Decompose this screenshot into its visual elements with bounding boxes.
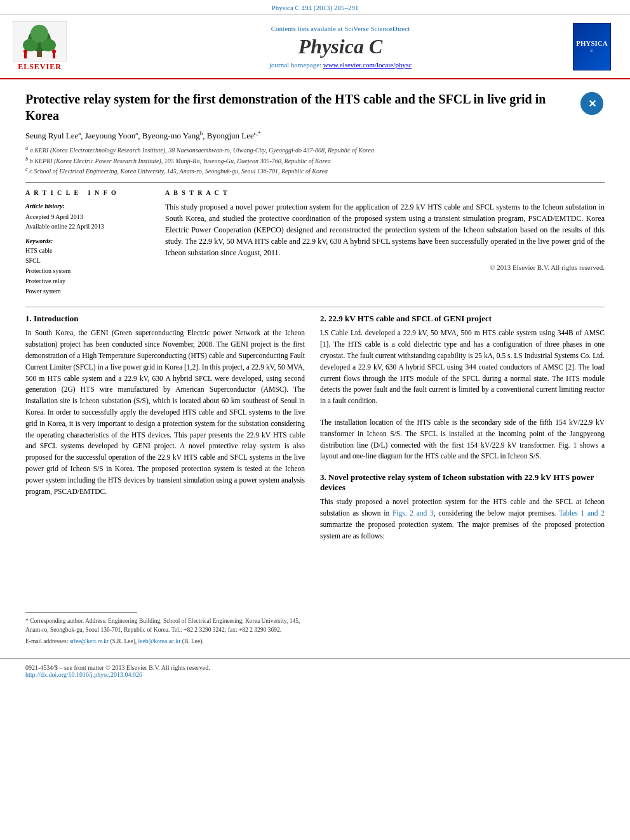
sciverse-link[interactable]: SciVerse ScienceDirect — [344, 25, 410, 32]
svg-point-6 — [23, 50, 27, 53]
author-byeong: Byeong-mo Yang — [142, 131, 200, 140]
physica-badge: PHYSICA C — [573, 23, 611, 70]
keyword-4: Protective relay — [25, 276, 152, 286]
section1-text: In South Korea, the GENI (Green supercon… — [25, 328, 305, 497]
author-byongjun: Byongjun Lee — [207, 131, 254, 140]
journal-header: ELSEVIER Contents lists available at Sci… — [0, 15, 630, 79]
doi-link[interactable]: http://dx.doi.org/10.1016/j.physc.2013.0… — [25, 671, 142, 678]
svg-point-8 — [52, 50, 56, 53]
crossmark-area: ✕ — [579, 91, 605, 116]
title-section: Protective relay system for the first de… — [25, 91, 605, 124]
footer-doi: http://dx.doi.org/10.1016/j.physc.2013.0… — [25, 671, 605, 678]
fig2-3-link[interactable]: Figs. 2 and 3 — [392, 509, 434, 517]
physica-badge-area: PHYSICA C — [566, 23, 617, 70]
affiliations: a a KERI (Korea Electrotechnology Resear… — [25, 145, 605, 176]
keyword-2: SFCL — [25, 256, 152, 266]
affil-b: b b KEPRI (Korea Electric Power Research… — [25, 156, 605, 166]
affil-c: c c School of Electrical Engineering, Ko… — [25, 166, 605, 176]
footnotes: * Corresponding author. Address: Enginee… — [25, 617, 305, 646]
journal-citation: Physica C 494 (2013) 285–291 — [0, 0, 630, 15]
section2-heading: 2. 22.9 kV HTS cable and SFCL of GENI pr… — [320, 314, 605, 324]
badge-text: C — [590, 48, 593, 53]
section3-para1: This study proposed a novel protection s… — [320, 497, 605, 542]
footer-issn: 0921-4534/$ – see front matter © 2013 El… — [25, 664, 605, 671]
body-left-col: 1. Introduction In South Korea, the GENI… — [25, 314, 305, 646]
body-right-col: 2. 22.9 kV HTS cable and SFCL of GENI pr… — [320, 314, 605, 646]
body-content: 1. Introduction In South Korea, the GENI… — [25, 314, 605, 646]
author-seung: Seung Ryul Lee — [25, 131, 78, 140]
history-heading: Article history: — [25, 201, 152, 211]
email-srlee[interactable]: srlee@keri.re.kr — [70, 638, 109, 644]
abstract-label: A B S T R A C T — [165, 189, 605, 196]
elsevier-logo: ELSEVIER — [13, 21, 67, 72]
crossmark-icon: ✕ — [580, 92, 603, 115]
svg-point-5 — [30, 25, 48, 43]
contents-text: Contents lists available at — [271, 25, 343, 32]
citation-text: Physica C 494 (2013) 285–291 — [272, 4, 359, 11]
article-info-col: A R T I C L E I N F O Article history: A… — [25, 189, 152, 297]
journal-name: Physica C — [114, 35, 566, 58]
main-content: Protective relay system for the first de… — [0, 79, 630, 658]
keywords-section: Keywords: HTS cable SFCL Protection syst… — [25, 237, 152, 297]
homepage-line: journal homepage: www.elsevier.com/locat… — [114, 61, 566, 69]
keywords-list: HTS cable SFCL Protection system Protect… — [25, 246, 152, 297]
email-leeb[interactable]: leeb@korea.ac.kr — [138, 638, 181, 644]
article-title: Protective relay system for the first de… — [25, 91, 570, 124]
sciverse-line: Contents lists available at SciVerse Sci… — [114, 25, 566, 32]
svg-rect-7 — [24, 53, 27, 58]
section1-heading: 1. Introduction — [25, 314, 305, 324]
author-jaeyoung: Jaeyoung Yoon — [85, 131, 135, 140]
keyword-5: Power system — [25, 286, 152, 297]
keyword-3: Protection system — [25, 266, 152, 276]
body-separator — [25, 307, 605, 307]
email-label: E-mail addresses: — [25, 638, 68, 644]
section2-para2: The installation location of the HTS cab… — [320, 417, 605, 462]
copyright-text: © 2013 Elsevier B.V. All rights reserved… — [165, 263, 605, 271]
corresponding-author-note: * Corresponding author. Address: Enginee… — [25, 617, 305, 635]
footnote-separator — [25, 612, 137, 613]
abstract-text: This study proposed a novel power protec… — [165, 201, 605, 258]
svg-rect-9 — [53, 53, 55, 58]
authors-line: Seung Ryul Leea, Jaeyoung Yoona, Byeong-… — [25, 130, 605, 141]
keyword-1: HTS cable — [25, 246, 152, 256]
section3-heading: 3. Novel protective relay system of Iche… — [320, 472, 605, 493]
info-abstract-section: A R T I C L E I N F O Article history: A… — [25, 189, 605, 297]
article-history: Article history: Accepted 9 April 2013 A… — [25, 201, 152, 231]
header-separator — [25, 182, 605, 183]
footer: 0921-4534/$ – see front matter © 2013 El… — [0, 658, 630, 683]
abstract-col: A B S T R A C T This study proposed a no… — [165, 189, 605, 297]
keywords-heading: Keywords: — [25, 237, 152, 244]
elsevier-logo-area: ELSEVIER — [13, 21, 114, 72]
footnotes-area: * Corresponding author. Address: Enginee… — [25, 612, 305, 646]
elsevier-tree-icon — [13, 21, 67, 62]
journal-title-area: Contents lists available at SciVerse Sci… — [114, 25, 566, 69]
article-info-label: A R T I C L E I N F O — [25, 189, 152, 196]
elsevier-wordmark: ELSEVIER — [18, 62, 62, 72]
affil-a: a a KERI (Korea Electrotechnology Resear… — [25, 145, 605, 155]
badge-title: PHYSICA — [576, 39, 608, 47]
homepage-url[interactable]: www.elsevier.com/locate/physc — [323, 61, 412, 69]
tables-link[interactable]: Tables 1 and 2 — [559, 509, 605, 517]
available-date: Available online 22 April 2013 — [25, 222, 152, 231]
homepage-label: journal homepage: — [269, 61, 321, 69]
section2-para1: LS Cable Ltd. developed a 22.9 kV, 50 MV… — [320, 328, 605, 407]
accepted-date: Accepted 9 April 2013 — [25, 212, 152, 222]
email-note: E-mail addresses: srlee@keri.re.kr (S.R.… — [25, 637, 305, 646]
